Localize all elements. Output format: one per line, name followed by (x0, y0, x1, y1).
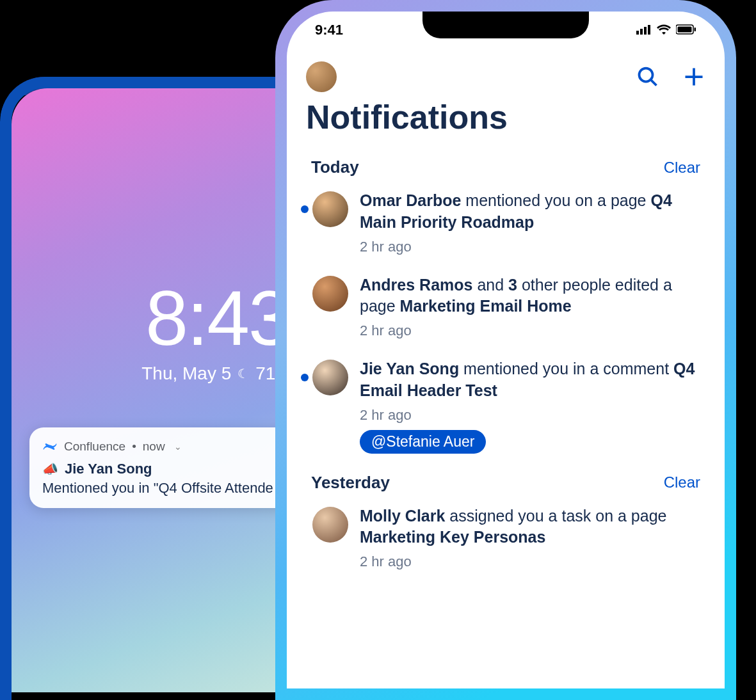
notification-body: Andres Ramos and 3 other people edited a… (360, 274, 705, 340)
page-title: Notifications (306, 98, 508, 136)
notification-time: 2 hr ago (360, 239, 705, 255)
notification-body: Molly Clark assigned you a task on a pag… (360, 505, 705, 571)
target-name: Marketing Email Home (400, 297, 572, 315)
notification-time: 2 hr ago (360, 553, 705, 570)
notifications-list[interactable]: Today Clear Omar Darboe mentioned you on… (287, 157, 725, 688)
actor-name: Molly Clark (360, 507, 445, 525)
target-name: Marketing Key Personas (360, 528, 545, 546)
action-text: and (472, 276, 508, 294)
clear-button[interactable]: Clear (664, 473, 700, 491)
section-header-yesterday: Yesterday Clear (306, 473, 705, 493)
avatar[interactable] (312, 191, 348, 227)
count: 3 (508, 276, 517, 294)
svg-rect-5 (678, 27, 692, 33)
app-header (287, 55, 725, 99)
svg-rect-0 (636, 31, 639, 35)
svg-line-8 (651, 80, 657, 86)
section-title: Today (311, 157, 359, 177)
phone-notch (422, 12, 589, 38)
actor-name: Omar Darboe (360, 191, 461, 209)
unread-dot (301, 205, 309, 213)
unread-dot (301, 374, 309, 381)
actor-name: Andres Ramos (360, 276, 472, 294)
search-icon[interactable] (636, 65, 659, 88)
header-actions (636, 65, 705, 88)
section-title: Yesterday (311, 473, 390, 493)
svg-rect-3 (648, 25, 650, 35)
avatar[interactable] (312, 507, 348, 543)
notification-item[interactable]: Molly Clark assigned you a task on a pag… (306, 505, 705, 571)
notification-time: 2 hr ago (360, 407, 705, 424)
app-screen: 9:41 (287, 12, 725, 688)
svg-point-7 (639, 68, 653, 82)
svg-rect-1 (640, 29, 643, 35)
notification-item[interactable]: Jie Yan Song mentioned you in a comment … (306, 358, 705, 454)
status-time: 9:41 (315, 22, 343, 38)
action-text: assigned you a task on a page (445, 507, 666, 525)
mention-chip[interactable]: @Stefanie Auer (360, 430, 486, 454)
notification-text: Omar Darboe mentioned you on a page Q4 M… (360, 190, 705, 234)
notification-body: Omar Darboe mentioned you on a page Q4 M… (360, 190, 705, 255)
battery-icon (676, 22, 696, 38)
user-avatar[interactable] (306, 61, 337, 92)
status-icons (636, 22, 696, 38)
section-header-today: Today Clear (306, 157, 705, 177)
notification-item[interactable]: Andres Ramos and 3 other people edited a… (306, 274, 705, 340)
notification-body: Jie Yan Song mentioned you in a comment … (360, 358, 705, 454)
notification-text: Molly Clark assigned you a task on a pag… (360, 505, 705, 549)
plus-icon[interactable] (682, 65, 705, 88)
notification-item[interactable]: Omar Darboe mentioned you on a page Q4 M… (306, 190, 705, 255)
actor-name: Jie Yan Song (360, 360, 459, 378)
svg-rect-6 (695, 28, 696, 31)
notification-text: Andres Ramos and 3 other people edited a… (360, 274, 705, 318)
signal-icon (636, 22, 652, 38)
wifi-icon (657, 22, 671, 38)
svg-rect-2 (644, 27, 647, 35)
notifications-phone: 9:41 (275, 0, 736, 700)
action-text: mentioned you on a page (461, 191, 650, 209)
notification-time: 2 hr ago (360, 322, 705, 339)
avatar[interactable] (312, 360, 348, 395)
avatar[interactable] (312, 276, 348, 312)
clear-button[interactable]: Clear (664, 159, 700, 177)
action-text: mentioned you in a comment (459, 360, 673, 378)
notification-text: Jie Yan Song mentioned you in a comment … (360, 358, 705, 402)
